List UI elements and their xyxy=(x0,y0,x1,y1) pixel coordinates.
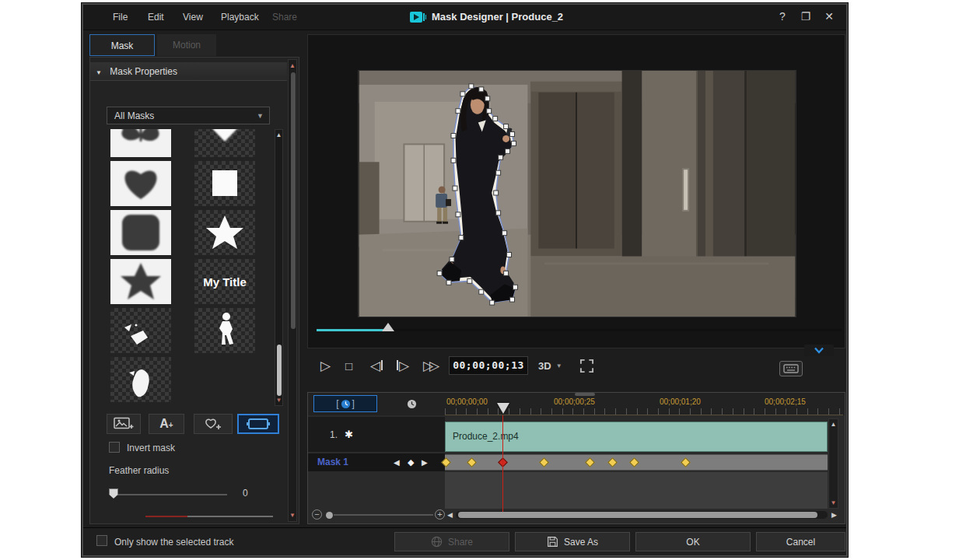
mask-control-point[interactable] xyxy=(493,117,498,121)
mask-filter-dropdown[interactable]: All Masks ▼ xyxy=(107,107,270,124)
fullscreen-button[interactable] xyxy=(579,359,594,376)
timeline-zoom-out-button[interactable]: − xyxy=(312,509,322,520)
mask-control-point[interactable] xyxy=(485,96,490,101)
add-title-mask-button[interactable]: A+ xyxy=(149,414,184,434)
scroll-left-icon[interactable]: ◀ xyxy=(447,511,453,519)
timecode-display[interactable]: 00;00;00;13 xyxy=(449,356,528,375)
invert-mask-checkbox[interactable] xyxy=(109,442,120,453)
panel-resize-handle[interactable] xyxy=(575,393,595,396)
scroll-down-icon[interactable]: ▼ xyxy=(829,499,838,506)
fast-forward-button[interactable]: ▷▷ xyxy=(423,356,436,376)
mask-control-point[interactable] xyxy=(453,186,457,191)
tab-mask[interactable]: Mask xyxy=(89,34,155,56)
track1-header[interactable]: 1. ✱ xyxy=(308,417,445,453)
collapse-preview-button[interactable] xyxy=(804,345,834,356)
timeline-zoom-track[interactable] xyxy=(334,514,433,516)
mask-control-point[interactable] xyxy=(479,87,484,92)
cancel-button[interactable]: Cancel xyxy=(756,532,845,551)
mask-control-point[interactable] xyxy=(469,84,474,89)
mask-thumb-title[interactable]: My Title xyxy=(194,259,255,304)
close-icon[interactable]: ✕ xyxy=(821,10,838,23)
clock-view-button[interactable] xyxy=(380,395,443,412)
mask-control-point[interactable] xyxy=(494,191,499,195)
menu-file[interactable]: File xyxy=(113,12,128,23)
mask-control-point[interactable] xyxy=(504,271,509,275)
display-options-button[interactable] xyxy=(779,361,803,376)
scroll-up-icon[interactable]: ▲ xyxy=(275,131,282,138)
timeline-vscrollbar[interactable]: ▲ ▼ xyxy=(828,418,838,509)
mask-thumb-fragments[interactable] xyxy=(110,308,171,353)
mask-thumb-person[interactable] xyxy=(194,308,255,353)
mask-control-point[interactable] xyxy=(502,231,507,236)
gallery-scrollbar[interactable]: ▲ ▼ xyxy=(275,129,283,406)
timeline-hscrollbar-thumb[interactable] xyxy=(458,512,817,518)
maximize-icon[interactable]: ❐ xyxy=(797,10,814,23)
keyframe-diamond[interactable] xyxy=(539,457,549,467)
mask-control-point[interactable] xyxy=(496,211,501,215)
mask-thumb-chevron[interactable] xyxy=(194,129,255,157)
add-shape-mask-button[interactable] xyxy=(194,414,233,434)
mask-control-point[interactable] xyxy=(499,155,503,159)
stop-button[interactable]: □ xyxy=(345,356,352,376)
only-show-selected-track-checkbox[interactable] xyxy=(96,535,107,546)
mask-control-point[interactable] xyxy=(504,124,509,129)
mask-control-point[interactable] xyxy=(510,132,515,137)
add-keyframe-icon[interactable]: ◆ xyxy=(408,453,414,471)
mask-control-point[interactable] xyxy=(510,297,515,302)
mask-control-point[interactable] xyxy=(451,133,456,138)
mask-thumb-bird[interactable] xyxy=(110,357,171,402)
3d-dropdown[interactable]: 3D ▼ xyxy=(538,356,562,375)
menu-edit[interactable]: Edit xyxy=(148,12,164,23)
keyframe-diamond[interactable] xyxy=(681,457,691,467)
mask-control-point[interactable] xyxy=(460,92,465,96)
mask-control-point[interactable] xyxy=(496,170,501,175)
timeline-zoom-handle[interactable] xyxy=(326,512,333,519)
preview-video-frame[interactable] xyxy=(358,70,796,317)
mask-control-point[interactable] xyxy=(467,278,472,283)
mask-thumb-rounded-square[interactable] xyxy=(110,210,171,255)
mask-control-point[interactable] xyxy=(459,236,464,240)
keyframe-diamond[interactable] xyxy=(467,457,477,467)
scroll-down-icon[interactable]: ▼ xyxy=(289,512,296,519)
panel-scrollbar-thumb[interactable] xyxy=(291,72,296,329)
save-as-button[interactable]: Save As xyxy=(515,532,630,551)
seek-slider-handle[interactable] xyxy=(382,323,394,331)
previous-keyframe-icon[interactable]: ◀ xyxy=(394,453,400,471)
panel-scrollbar[interactable]: ▲ ▼ xyxy=(288,59,297,522)
mask-control-point[interactable] xyxy=(456,212,460,217)
scroll-down-icon[interactable]: ▼ xyxy=(275,397,282,404)
tab-motion[interactable]: Motion xyxy=(157,34,216,56)
mask-thumb-butterfly[interactable] xyxy=(110,129,171,157)
mask-control-point[interactable] xyxy=(506,149,510,153)
mask-track-header[interactable]: Mask 1 ◀ ◆ ▶ xyxy=(308,453,445,471)
gallery-scrollbar-thumb[interactable] xyxy=(277,345,282,396)
mask-control-point[interactable] xyxy=(456,109,460,114)
feather-radius-slider-track[interactable] xyxy=(114,494,227,495)
mask-control-point[interactable] xyxy=(490,300,495,305)
previous-frame-button[interactable]: ◁ xyxy=(370,356,383,376)
mask-thumb-star-solid[interactable] xyxy=(194,210,255,255)
mask-thumb-heart[interactable] xyxy=(110,161,171,206)
mask-control-point[interactable] xyxy=(446,280,451,285)
keyframe-diamond[interactable] xyxy=(585,457,595,467)
mask-thumb-star[interactable] xyxy=(110,259,171,304)
mask-control-point[interactable] xyxy=(507,253,512,257)
mask-control-point[interactable] xyxy=(513,285,518,289)
next-frame-button[interactable]: ▷ xyxy=(397,356,409,376)
scroll-up-icon[interactable]: ▲ xyxy=(829,421,838,428)
mask-control-point[interactable] xyxy=(437,271,442,275)
mask-control-point[interactable] xyxy=(487,109,492,114)
mask-control-point[interactable] xyxy=(450,257,454,261)
menu-view[interactable]: View xyxy=(183,12,203,23)
mask-properties-header[interactable]: ▼ Mask Properties xyxy=(90,62,287,81)
timeline-zoom-in-button[interactable]: + xyxy=(435,509,445,520)
mask-control-point[interactable] xyxy=(451,158,456,163)
ok-button[interactable]: OK xyxy=(635,532,751,551)
next-keyframe-icon[interactable]: ▶ xyxy=(422,453,428,471)
mask-control-point[interactable] xyxy=(512,141,516,145)
seek-slider-track[interactable] xyxy=(317,329,842,331)
mask-thumb-square[interactable] xyxy=(194,161,255,206)
keyframe-mode-button[interactable]: [ ] xyxy=(313,395,377,412)
scroll-right-icon[interactable]: ▶ xyxy=(831,511,837,519)
keyframe-diamond[interactable] xyxy=(608,457,618,467)
